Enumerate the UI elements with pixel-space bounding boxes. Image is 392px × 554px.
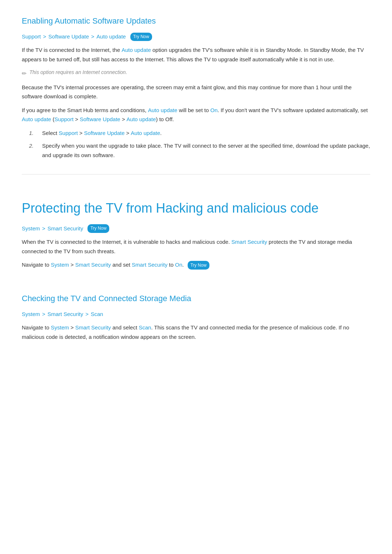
breadcrumb-sep-2: > (91, 32, 94, 41)
highlight-auto-update-step: Auto update (131, 130, 160, 136)
highlight-smart-security-5: Smart Security (75, 324, 111, 331)
highlight-software-update-inline: Software Update (80, 116, 121, 122)
breadcrumb-system-2[interactable]: System (22, 310, 40, 319)
highlight-on-1: On (210, 107, 217, 113)
breadcrumb-support[interactable]: Support (22, 32, 41, 41)
note-text: This option requires an Internet connect… (29, 68, 127, 76)
highlight-auto-update-3: Auto update (22, 116, 51, 122)
section3-title: Checking the TV and Connected Storage Me… (22, 292, 370, 305)
highlight-smart-security-2: Smart Security (75, 262, 111, 268)
highlight-smart-security-1: Smart Security (232, 239, 267, 245)
breadcrumb-sep-5: > (85, 310, 89, 319)
highlight-system-1: System (51, 262, 69, 268)
highlight-on-2: On (175, 262, 182, 268)
section-divider (22, 174, 370, 175)
try-now-badge-3[interactable]: Try Now (188, 261, 209, 270)
section1-para3: If you agree to the Smart Hub terms and … (22, 106, 370, 124)
step-2-text: Specify when you want the upgrade to tak… (42, 141, 370, 160)
section1-para1: If the TV is connected to the Internet, … (22, 45, 370, 64)
section1-title: Enabling Automatic Software Updates (22, 15, 370, 27)
highlight-support-1: Support (54, 116, 74, 122)
step-2-number: 2. (29, 141, 36, 160)
note-internet-connection: ✏ This option requires an Internet conne… (22, 68, 370, 78)
section2-para2: Navigate to System > Smart Security and … (22, 260, 370, 270)
step-1-text: Select Support > Software Update > Auto … (42, 128, 162, 138)
section2-title: Protecting the TV from Hacking and malic… (22, 200, 370, 217)
highlight-smart-security-3: Smart Security (132, 262, 167, 268)
step-1-number: 1. (29, 128, 36, 138)
breadcrumb-scan[interactable]: Scan (91, 310, 103, 319)
step-1: 1. Select Support > Software Update > Au… (29, 128, 370, 138)
section2-para1: When the TV is connected to the Internet… (22, 237, 370, 256)
breadcrumb-software-update[interactable]: Software Update (48, 32, 89, 41)
breadcrumb-smart-security-4[interactable]: Smart Security (48, 310, 83, 319)
breadcrumb-sep-4: > (42, 310, 45, 319)
breadcrumb-smart-security-1[interactable]: Smart Security (48, 224, 83, 233)
breadcrumb-sep-3: > (42, 224, 45, 233)
section1-para2: Because the TV's internal processes are … (22, 83, 370, 101)
breadcrumb-support-software-update: Support > Software Update > Auto update … (22, 32, 370, 41)
try-now-badge-1[interactable]: Try Now (130, 33, 152, 41)
step-2: 2. Specify when you want the upgrade to … (29, 141, 370, 160)
section-checking-storage: Checking the TV and Connected Storage Me… (22, 292, 370, 341)
breadcrumb-sep-1: > (43, 32, 46, 41)
breadcrumb-system-1[interactable]: System (22, 224, 40, 233)
highlight-system-2: System (51, 324, 69, 331)
breadcrumb-auto-update[interactable]: Auto update (97, 32, 126, 41)
steps-list: 1. Select Support > Software Update > Au… (29, 128, 370, 160)
section3-para1: Navigate to System > Smart Security and … (22, 323, 370, 341)
breadcrumb-system-smart-security-scan: System > Smart Security > Scan (22, 310, 370, 319)
try-now-badge-2[interactable]: Try Now (87, 224, 109, 233)
pencil-icon: ✏ (22, 69, 26, 78)
highlight-support-step: Support (59, 130, 78, 136)
highlight-software-update-step: Software Update (84, 130, 125, 136)
highlight-scan: Scan (139, 324, 151, 331)
section-protecting-tv: Protecting the TV from Hacking and malic… (22, 189, 370, 281)
highlight-auto-update-1: Auto update (122, 47, 151, 53)
highlight-auto-update-4: Auto update (127, 116, 156, 122)
section-enabling-updates: Enabling Automatic Software Updates Supp… (22, 15, 370, 160)
highlight-auto-update-2: Auto update (148, 107, 177, 113)
breadcrumb-system-smart-security: System > Smart Security Try Now (22, 224, 370, 233)
